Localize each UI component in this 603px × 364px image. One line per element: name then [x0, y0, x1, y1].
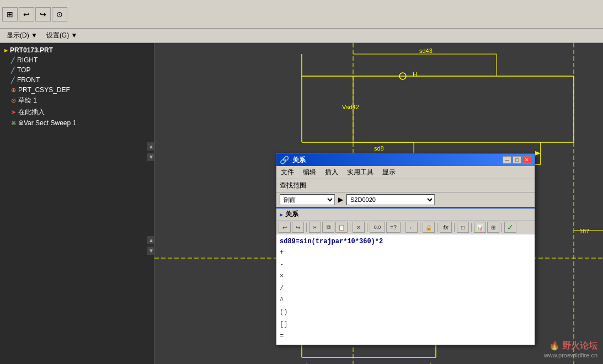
dim-h: H — [413, 71, 417, 77]
tree-root-label: PRT0173.PRT — [10, 46, 53, 54]
dtb-redo[interactable]: ↪ — [292, 222, 304, 233]
collapse-arrow-up[interactable]: ▲ — [147, 142, 154, 151]
tree-item-front[interactable]: ╱ FRONT — [0, 75, 154, 85]
watermark-url: www.proewildfire.cn — [544, 352, 597, 358]
dtb-square[interactable]: □ — [457, 222, 469, 233]
menu-display[interactable]: 显示(D) ▼ — [3, 30, 41, 41]
app-container: ⊞ ↩ ↪ ⊙ 显示(D) ▼ 设置(G) ▼ ▸ PRT0173.PRT ╱ … — [0, 0, 603, 364]
collapse-arrow-down[interactable]: ▼ — [147, 153, 154, 161]
svg-marker-14 — [535, 151, 541, 156]
dtb-chart[interactable]: 📊 — [474, 222, 486, 233]
tree-label-csys: PRT_CSYS_DEF — [18, 86, 70, 94]
dtb-sep-2 — [350, 223, 350, 232]
dtb-equals[interactable]: =? — [386, 222, 401, 233]
formula-text: sd89=sin(trajpar*10*360)*2 — [280, 237, 531, 247]
toolbar-btn-2[interactable]: ↩ — [19, 7, 34, 22]
sub-dialog-titlebar: ▸ 关系 — [276, 208, 535, 221]
dialog-title-text: 关系 — [292, 156, 306, 165]
dialog-titlebar: 🔗 关系 ─ □ ✕ — [276, 154, 535, 166]
tree-item-insert[interactable]: ➤ 在此插入 — [0, 106, 154, 118]
menu-toolbar: 显示(D) ▼ 设置(G) ▼ — [0, 29, 603, 43]
search-scope-label: 查找范围 — [280, 181, 306, 190]
collapse-arrow-down-2[interactable]: ▼ — [147, 247, 154, 255]
dialog-menubar: 文件 编辑 插入 实用工具 显示 — [276, 166, 535, 179]
sweep-icon: ※ — [11, 120, 16, 127]
dtb-sep-1 — [306, 223, 307, 232]
dtb-decimal[interactable]: 0.0 — [370, 222, 385, 233]
content-area: ▸ PRT0173.PRT ╱ RIGHT ╱ TOP ╱ FRONT — [0, 43, 603, 364]
tree-item-sketch[interactable]: ⊘ 草绘 1 — [0, 95, 154, 106]
toolbar-btn-3[interactable]: ↪ — [35, 7, 51, 22]
dtb-sep-5 — [420, 223, 420, 232]
main-canvas: sd43 H V sd42 sd8 sd89 y sd82 187 SectDi… — [154, 43, 603, 364]
sub-dialog-title: 关系 — [285, 210, 298, 219]
dtb-lock[interactable]: 🔒 — [423, 222, 435, 233]
dtb-sep-4 — [403, 223, 403, 232]
dialog-menu-display[interactable]: 显示 — [380, 167, 398, 178]
dim-sd43: sd43 — [419, 47, 433, 54]
menu-settings[interactable]: 设置(G) ▼ — [43, 30, 81, 41]
toolbar-btn-4[interactable]: ⊙ — [52, 7, 67, 22]
dtb-sep-3 — [367, 223, 367, 232]
tree-label-front: FRONT — [17, 76, 40, 84]
collapse-arrow-up-2[interactable]: ▲ — [147, 236, 154, 244]
dtb-back[interactable]: ← — [405, 222, 418, 233]
dialog-title-icon: 🔗 — [280, 156, 289, 164]
tree-label-insert: 在此插入 — [18, 108, 45, 117]
csys-icon: ⊕ — [11, 87, 16, 94]
tree-label-top: TOP — [17, 66, 30, 74]
dialog-menu-insert[interactable]: 插入 — [323, 167, 340, 178]
dtb-copy[interactable]: ⧉ — [322, 222, 334, 233]
dialog-content-area[interactable]: sd89=sin(trajpar*10*360)*2 + - × / ^ () … — [276, 234, 535, 345]
tree-label-sketch: 草绘 1 — [18, 96, 37, 105]
dtb-cut[interactable]: ✂ — [309, 222, 321, 233]
tree-label-sweep: ※Var Sect Sweep 1 — [18, 119, 76, 127]
left-panel: ▸ PRT0173.PRT ╱ RIGHT ╱ TOP ╱ FRONT — [0, 43, 154, 364]
dialog-toolbar2: ↩ ↪ ✂ ⧉ 📋 ✕ 0.0 =? ← 🔒 — [276, 221, 535, 234]
dtb-paste[interactable]: 📋 — [335, 222, 348, 233]
insert-icon: ➤ — [11, 109, 16, 116]
dtb-sep-7 — [454, 223, 455, 232]
tree-label-right: RIGHT — [17, 56, 38, 64]
dialog-relations: 🔗 关系 ─ □ ✕ 文件 编辑 插入 实用工具 显示 — [276, 153, 535, 345]
tree-view: ▸ PRT0173.PRT ╱ RIGHT ╱ TOP ╱ FRONT — [0, 43, 154, 130]
dialog-search-row: 查找范围 — [276, 179, 535, 192]
dtb-delete[interactable]: ✕ — [353, 222, 365, 233]
tree-root[interactable]: ▸ PRT0173.PRT — [0, 45, 154, 55]
tree-item-sweep[interactable]: ※ ※Var Sect Sweep 1 — [0, 118, 154, 128]
dtb-sep-8 — [471, 223, 472, 232]
watermark: 🔥 野火论坛 www.proewildfire.cn — [544, 340, 597, 358]
tree-item-top[interactable]: ╱ TOP — [0, 65, 154, 75]
dialog-controls: ─ □ ✕ — [503, 156, 531, 164]
dtb-confirm[interactable]: ✓ — [504, 222, 516, 233]
dim-187: 187 — [579, 228, 589, 234]
main-toolbar: ⊞ ↩ ↪ ⊙ — [0, 0, 603, 29]
dtb-fx[interactable]: fx — [440, 222, 452, 233]
formula-operators: + - × / ^ () [] = — [280, 247, 531, 342]
cursor-icon: ▶ — [338, 196, 343, 204]
dialog-maximize-btn[interactable]: □ — [513, 156, 521, 164]
plane-icon-front: ╱ — [11, 77, 15, 84]
sketch-icon: ⊘ — [11, 97, 16, 104]
dtb-grid[interactable]: ⊞ — [487, 222, 499, 233]
dtb-sep-9 — [501, 223, 502, 232]
dialog-menu-edit[interactable]: 编辑 — [301, 167, 318, 178]
sub-dialog-relations: ▸ 关系 ↩ ↪ ✂ ⧉ 📋 ✕ 0.0 — [276, 207, 535, 345]
dialog-minimize-btn[interactable]: ─ — [503, 156, 511, 164]
plane-icon-right: ╱ — [11, 57, 15, 64]
dialog-menu-file[interactable]: 文件 — [279, 167, 296, 178]
dtb-undo[interactable]: ↩ — [279, 222, 291, 233]
dialog-menu-tools[interactable]: 实用工具 — [345, 167, 376, 178]
plane-icon-top: ╱ — [11, 67, 15, 74]
dialog-close-btn[interactable]: ✕ — [522, 156, 531, 164]
sub-dialog-icon: ▸ — [280, 211, 283, 218]
tree-item-right[interactable]: ╱ RIGHT — [0, 55, 154, 65]
toolbar-btn-1[interactable]: ⊞ — [2, 7, 18, 22]
folder-icon: ▸ — [4, 47, 8, 54]
filter-select-scope[interactable]: 剖面 — [280, 194, 335, 205]
dialog-filter-row: 剖面 ▶ S2D0020 — [276, 192, 535, 207]
watermark-logo: 🔥 野火论坛 — [544, 340, 597, 352]
dim-sd8: sd8 — [374, 145, 384, 152]
tree-item-csys[interactable]: ⊕ PRT_CSYS_DEF — [0, 85, 154, 95]
filter-select-value[interactable]: S2D0020 — [346, 194, 435, 205]
